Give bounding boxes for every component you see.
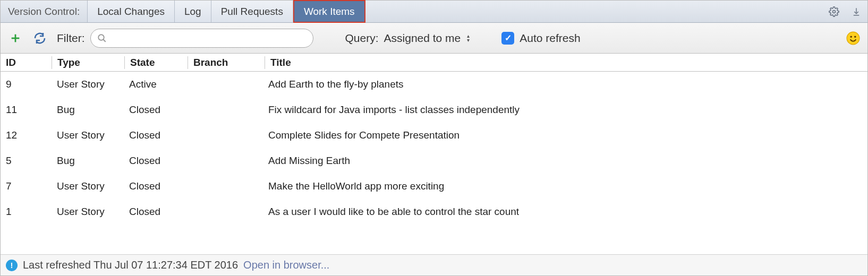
query-dropdown[interactable]: Query: Assigned to me ▴▾	[345, 32, 470, 45]
cell-state: Closed	[124, 199, 186, 225]
open-in-browser-link[interactable]: Open in browser...	[243, 259, 329, 271]
cell-branch	[186, 72, 263, 97]
cell-state: Closed	[124, 97, 186, 123]
column-branch[interactable]: Branch	[188, 54, 265, 71]
cell-type: User Story	[52, 72, 124, 97]
svg-point-3	[850, 36, 852, 37]
cell-branch	[186, 97, 263, 123]
table-row[interactable]: 9User StoryActiveAdd Earth to the fly-by…	[1, 72, 867, 97]
tab-local-changes[interactable]: Local Changes	[88, 1, 175, 22]
updown-icon: ▴▾	[467, 34, 470, 42]
cell-id: 9	[1, 72, 52, 97]
search-icon[interactable]	[97, 33, 107, 43]
info-icon: !	[6, 260, 18, 271]
tab-work-items[interactable]: Work Items	[293, 0, 365, 23]
toolbar: Filter: Query: Assigned to me ▴▾ ✓ Auto …	[1, 23, 867, 54]
table-row[interactable]: 5BugClosedAdd Missing Earth	[1, 148, 867, 174]
cell-id: 7	[1, 174, 52, 199]
svg-point-1	[98, 34, 104, 40]
cell-state: Active	[124, 72, 186, 97]
column-title[interactable]: Title	[265, 54, 867, 71]
auto-refresh-toggle[interactable]: ✓ Auto refresh	[501, 32, 580, 45]
cell-id: 12	[1, 123, 52, 148]
cell-title: Fix wildcard for Java imports - list cla…	[263, 97, 867, 123]
add-icon[interactable]	[8, 31, 23, 46]
checkbox-checked-icon[interactable]: ✓	[501, 32, 514, 45]
table-row[interactable]: 11BugClosedFix wildcard for Java imports…	[1, 97, 867, 123]
version-control-panel: Version Control: Local Changes Log Pull …	[0, 0, 868, 276]
auto-refresh-label: Auto refresh	[520, 32, 580, 45]
cell-state: Closed	[124, 123, 186, 148]
cell-id: 5	[1, 148, 52, 174]
svg-point-4	[854, 36, 856, 37]
tab-bar: Version Control: Local Changes Log Pull …	[1, 1, 867, 23]
column-type[interactable]: Type	[52, 54, 124, 71]
column-state[interactable]: State	[125, 54, 188, 71]
status-bar: ! Last refreshed Thu Jul 07 11:27:34 EDT…	[1, 254, 867, 275]
cell-type: User Story	[52, 123, 124, 148]
cell-title: Add Missing Earth	[263, 148, 867, 174]
query-value: Assigned to me	[384, 32, 461, 45]
filter-label: Filter:	[57, 32, 85, 45]
tab-pull-requests[interactable]: Pull Requests	[211, 1, 293, 22]
panel-title: Version Control:	[1, 1, 88, 22]
table-row[interactable]: 1User StoryClosedAs a user I would like …	[1, 199, 867, 225]
feedback-icon[interactable]	[846, 31, 860, 45]
cell-branch	[186, 199, 263, 225]
table-row[interactable]: 12User StoryClosedComplete Slides for Co…	[1, 123, 867, 148]
cell-branch	[186, 123, 263, 148]
refresh-icon[interactable]	[32, 31, 47, 46]
status-text: Last refreshed Thu Jul 07 11:27:34 EDT 2…	[23, 259, 238, 271]
table-header: ID Type State Branch Title	[1, 54, 867, 72]
cell-title: Add Earth to the fly-by planets	[263, 72, 867, 97]
filter-group: Filter:	[57, 29, 313, 48]
tab-log[interactable]: Log	[175, 1, 211, 22]
filter-field[interactable]	[90, 29, 313, 48]
cell-id: 11	[1, 97, 52, 123]
cell-branch	[186, 174, 263, 199]
cell-type: Bug	[52, 97, 124, 123]
table-body: 9User StoryActiveAdd Earth to the fly-by…	[1, 72, 867, 254]
cell-title: As a user I would like to be able to con…	[263, 199, 867, 225]
svg-point-0	[833, 10, 836, 13]
cell-state: Closed	[124, 148, 186, 174]
cell-type: User Story	[52, 174, 124, 199]
gear-icon[interactable]	[823, 1, 845, 22]
cell-type: User Story	[52, 199, 124, 225]
cell-id: 1	[1, 199, 52, 225]
cell-state: Closed	[124, 174, 186, 199]
download-icon[interactable]	[845, 1, 867, 22]
cell-title: Complete Slides for Compete Presentation	[263, 123, 867, 148]
table-row[interactable]: 7User StoryClosedMake the HelloWorld app…	[1, 174, 867, 199]
cell-branch	[186, 148, 263, 174]
svg-point-2	[847, 32, 860, 45]
filter-input[interactable]	[111, 32, 307, 44]
column-id[interactable]: ID	[1, 54, 52, 71]
cell-title: Make the HelloWorld app more exciting	[263, 174, 867, 199]
query-label: Query:	[345, 32, 379, 45]
cell-type: Bug	[52, 148, 124, 174]
